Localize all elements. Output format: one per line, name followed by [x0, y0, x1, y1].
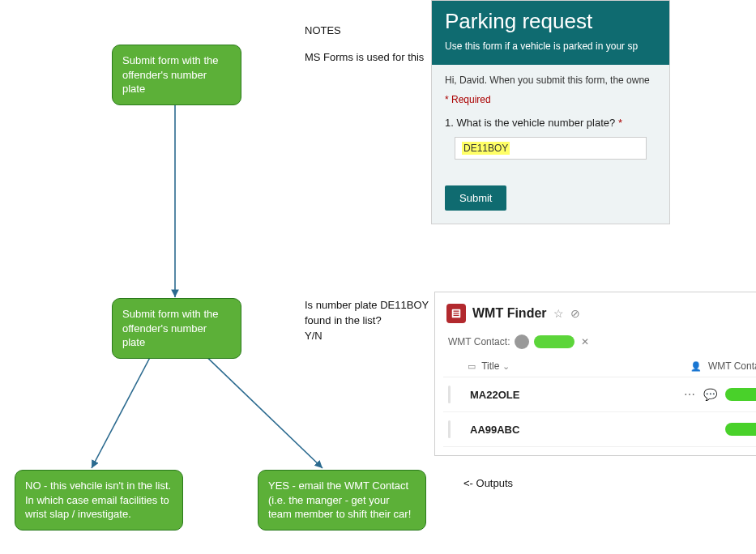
column-title[interactable]: ▭ Title ⌄ — [468, 360, 513, 372]
column-title-label: Title — [481, 360, 499, 372]
column-contact-label: WMT Contact — [708, 360, 756, 372]
sharepoint-columns: ▭ Title ⌄ 👤 WMT Contact — [443, 357, 756, 377]
sharepoint-card: WMT Finder ☆ ⊘ WMT Contact: ✕ ▭ Title ⌄ … — [434, 292, 756, 456]
flow-branch-yes: YES - email the WMT Contact (i.e. the ma… — [258, 470, 426, 531]
contact-value-redacted — [725, 388, 756, 401]
submit-button[interactable]: Submit — [445, 185, 506, 211]
contact-value-redacted — [725, 423, 756, 436]
column-contact[interactable]: 👤 WMT Contact — [690, 360, 756, 372]
sharepoint-header: WMT Finder ☆ ⊘ — [443, 299, 756, 331]
svg-line-2 — [199, 350, 322, 468]
msforms-question-1-text: 1. What is the vehicle number plate? — [445, 117, 618, 129]
list-item[interactable]: AA99ABC — [443, 412, 756, 447]
text-column-icon: ▭ — [468, 361, 476, 371]
notes-outputs: <- Outputs — [463, 476, 513, 492]
list-item[interactable]: MA22OLE ⋯ 💬 — [443, 377, 756, 412]
svg-rect-4 — [454, 311, 459, 312]
svg-rect-5 — [454, 313, 459, 313]
msforms-header: Parking request Use this form if a vehic… — [432, 1, 669, 65]
msforms-required-label: * Required — [445, 94, 656, 105]
svg-line-1 — [92, 350, 154, 468]
favorite-star-icon[interactable]: ☆ — [553, 307, 564, 320]
filter-label: WMT Contact: — [448, 336, 510, 347]
msforms-answer-input[interactable]: DE11BOY — [455, 137, 647, 160]
row-handle-icon — [448, 420, 451, 438]
msforms-question-1: 1. What is the vehicle number plate? * — [445, 117, 656, 129]
notes-check-yn: Y/N — [305, 330, 322, 342]
svg-rect-6 — [454, 315, 459, 316]
sharepoint-title: WMT Finder — [472, 306, 547, 321]
notes-check-question: Is number plate DE11BOY found in the lis… — [305, 298, 442, 344]
notes-heading: NOTES — [305, 24, 341, 36]
status-check-icon: ⊘ — [570, 307, 580, 320]
notes-line-msforms: MS Forms is used for this — [305, 50, 424, 66]
msforms-subtitle: Use this form if a vehicle is parked in … — [445, 40, 656, 52]
sharepoint-filter-row: WMT Contact: ✕ — [448, 335, 756, 349]
more-actions-icon[interactable]: ⋯ — [684, 388, 695, 401]
person-icon: 👤 — [690, 361, 702, 372]
filter-remove-icon[interactable]: ✕ — [581, 336, 589, 347]
filter-chip[interactable] — [534, 335, 574, 348]
flow-step-1: Submit form with the offender's number p… — [112, 45, 241, 105]
flow-branch-no-text: NO - this vehcile isn't in the list. In … — [25, 479, 171, 520]
row-title: AA99ABC — [470, 424, 519, 436]
flow-step-2-text: Submit form with the offender's number p… — [122, 308, 219, 348]
comment-icon[interactable]: 💬 — [703, 388, 717, 401]
chevron-down-icon: ⌄ — [502, 361, 510, 371]
notes-check-question-text: Is number plate DE11BOY found in the lis… — [305, 299, 429, 326]
msforms-greeting: Hi, David. When you submit this form, th… — [445, 75, 656, 86]
msforms-card: Parking request Use this form if a vehic… — [431, 0, 670, 224]
required-asterisk-icon: * — [618, 117, 622, 129]
flow-branch-no: NO - this vehcile isn't in the list. In … — [15, 470, 183, 531]
avatar — [515, 335, 529, 349]
row-handle-icon — [448, 386, 451, 403]
row-title: MA22OLE — [470, 389, 519, 401]
list-icon — [446, 304, 466, 323]
msforms-title: Parking request — [445, 9, 656, 34]
msforms-body: Hi, David. When you submit this form, th… — [432, 65, 669, 173]
msforms-footer: Submit — [432, 173, 669, 224]
flow-branch-yes-text: YES - email the WMT Contact (i.e. the ma… — [268, 479, 411, 520]
flow-step-2: Submit form with the offender's number p… — [112, 298, 241, 359]
flow-step-1-text: Submit form with the offender's number p… — [122, 54, 219, 95]
msforms-answer-value: DE11BOY — [462, 142, 510, 155]
